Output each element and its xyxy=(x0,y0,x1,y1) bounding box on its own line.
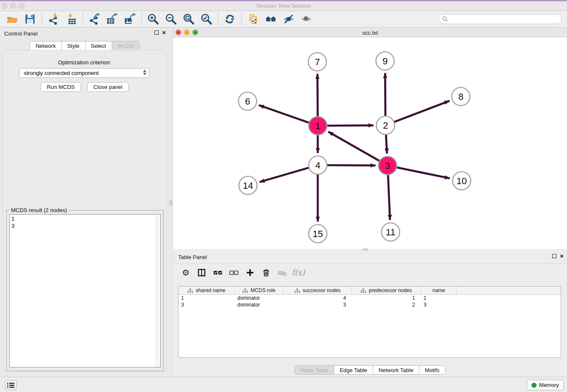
tab-mcds[interactable]: MCDS xyxy=(112,41,139,50)
network-canvas[interactable]: 1234678910111415 xyxy=(173,37,567,249)
tab-style[interactable]: Style xyxy=(62,41,85,50)
zoom-fit-button[interactable] xyxy=(180,12,198,26)
first-neighbors-button[interactable] xyxy=(262,12,280,26)
table-row[interactable]: 1dominator411 xyxy=(179,295,561,301)
tab-motifs[interactable]: Motifs xyxy=(419,366,445,374)
result-scrollbar[interactable] xyxy=(156,215,160,367)
table-cell[interactable]: dominator xyxy=(235,301,284,308)
titlebar-accent xyxy=(0,0,567,1)
tab-node-table[interactable]: Node Table xyxy=(295,366,334,374)
control-panel-float-icon[interactable] xyxy=(154,30,159,35)
vertical-split-handle[interactable] xyxy=(169,201,172,205)
column-header-predecessor-nodes[interactable]: predecessor nodes xyxy=(352,287,421,294)
graph-node-3[interactable]: 3 xyxy=(379,157,397,175)
column-header-shared-name[interactable]: shared name xyxy=(179,287,235,294)
graph-edge-2-9[interactable] xyxy=(385,73,385,116)
search-input[interactable] xyxy=(448,15,561,23)
table-cell[interactable]: 3 xyxy=(421,301,457,308)
graph-edge-3-10[interactable] xyxy=(396,167,450,178)
run-mcds-button[interactable]: Run MCDS xyxy=(41,82,81,92)
tab-network-table[interactable]: Network Table xyxy=(373,366,419,374)
main-toolbar xyxy=(0,11,567,28)
table-cell[interactable]: 1 xyxy=(421,295,457,301)
table-panel-float-icon[interactable] xyxy=(552,254,556,258)
open-session-button[interactable] xyxy=(3,12,21,26)
svg-text:3: 3 xyxy=(385,160,390,171)
hierarchy-icon xyxy=(242,288,248,293)
tab-edge-table[interactable]: Edge Table xyxy=(334,366,373,374)
select-all-checks-icon xyxy=(213,268,223,277)
export-image-button[interactable] xyxy=(121,12,139,26)
hide-selected-button[interactable] xyxy=(280,12,297,26)
mcds-result-textarea[interactable]: 1 3 xyxy=(9,214,161,367)
apply-layout-button[interactable] xyxy=(221,12,239,26)
svg-text:2: 2 xyxy=(383,120,388,131)
table-cell[interactable]: 4 xyxy=(284,295,352,301)
table-cell[interactable]: dominator xyxy=(235,295,284,301)
show-all-button[interactable] xyxy=(297,12,315,26)
graph-node-1[interactable]: 1 xyxy=(309,117,327,135)
search-box[interactable] xyxy=(438,14,562,24)
graph-edge-1-6[interactable] xyxy=(259,105,309,123)
task-history-button[interactable] xyxy=(5,380,17,390)
tab-network[interactable]: Network xyxy=(30,41,62,50)
table-settings-button[interactable]: ⚙ xyxy=(180,266,192,279)
memory-button[interactable]: Memory xyxy=(527,380,564,390)
zoom-selected-button[interactable] xyxy=(198,12,215,26)
hide-selected-icon xyxy=(283,13,295,25)
column-header-name[interactable]: name xyxy=(421,287,457,294)
delete-column-icon xyxy=(278,268,287,277)
graph-node-15[interactable]: 15 xyxy=(309,225,327,243)
graph-edge-2-3[interactable] xyxy=(386,134,387,153)
tab-select[interactable]: Select xyxy=(85,41,112,50)
control-panel-close-icon[interactable]: × xyxy=(162,30,166,36)
save-session-button[interactable] xyxy=(21,12,39,26)
deselect-all-checks-button[interactable] xyxy=(228,266,240,279)
export-table-button[interactable] xyxy=(103,12,121,26)
control-panel-tabs: NetworkStyleSelectMCDS xyxy=(0,41,169,50)
apply-layout-icon xyxy=(224,13,236,25)
table-cell[interactable]: 1 xyxy=(179,295,235,301)
graph-edge-4-3[interactable] xyxy=(327,165,375,166)
control-panel-title: Control Panel xyxy=(4,30,38,37)
graph-edge-3-11[interactable] xyxy=(388,174,390,220)
graph-edge-3-1[interactable] xyxy=(328,132,380,161)
dropdown-stepper-icon xyxy=(143,70,146,75)
table-cell[interactable]: 2 xyxy=(352,301,421,308)
graph-node-9[interactable]: 9 xyxy=(376,52,394,70)
graph-node-10[interactable]: 10 xyxy=(453,172,471,190)
close-panel-button[interactable]: Close panel xyxy=(87,82,129,92)
graph-node-7[interactable]: 7 xyxy=(308,53,327,71)
clone-network-button[interactable] xyxy=(244,12,262,26)
mcds-result-values: 1 3 xyxy=(11,215,14,229)
zoom-out-button[interactable] xyxy=(162,12,180,26)
column-header-successor-nodes[interactable]: successor nodes xyxy=(284,287,352,294)
table-toolbar: ⚙f(x) xyxy=(173,263,567,281)
table-panel-close-icon[interactable]: × xyxy=(560,253,564,259)
graph-node-8[interactable]: 8 xyxy=(452,88,470,106)
show-columns-button[interactable] xyxy=(196,266,208,279)
zoom-in-button[interactable] xyxy=(144,12,162,26)
graph-node-2[interactable]: 2 xyxy=(377,116,395,135)
mcds-panel: Optimization criterion: strongly connect… xyxy=(3,50,167,371)
graph-node-14[interactable]: 14 xyxy=(239,177,257,195)
table-cell[interactable]: 3 xyxy=(284,301,352,308)
graph-edge-4-14[interactable] xyxy=(259,168,309,182)
table-cell[interactable]: 3 xyxy=(179,301,235,308)
table-row[interactable]: 3dominator323 xyxy=(179,301,561,308)
add-column-button[interactable] xyxy=(244,266,256,279)
select-all-checks-button[interactable] xyxy=(212,266,224,279)
graph-node-4[interactable]: 4 xyxy=(309,156,327,174)
import-network-button[interactable] xyxy=(44,12,62,26)
export-network-button[interactable] xyxy=(85,12,103,26)
table-cell[interactable]: 1 xyxy=(352,295,421,301)
graph-edge-1-2[interactable] xyxy=(327,125,373,126)
delete-row-button[interactable] xyxy=(260,266,272,279)
graph-edge-1-7[interactable] xyxy=(317,74,318,116)
graph-edge-2-8[interactable] xyxy=(394,101,449,122)
criterion-dropdown[interactable]: strongly connected component xyxy=(19,68,149,78)
column-header-MCDS-role[interactable]: MCDS role xyxy=(235,287,284,294)
graph-node-11[interactable]: 11 xyxy=(382,223,400,241)
import-table-button[interactable] xyxy=(62,12,80,26)
graph-node-6[interactable]: 6 xyxy=(239,92,257,110)
